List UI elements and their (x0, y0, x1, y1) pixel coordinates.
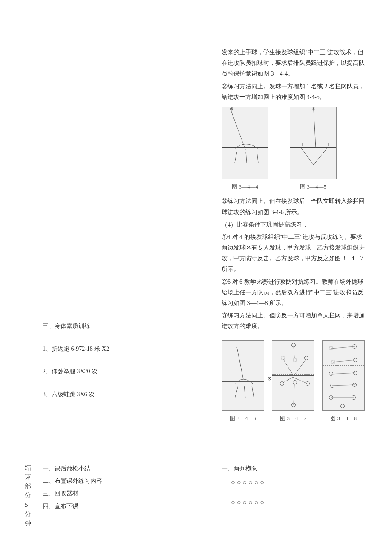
volleyball-court-icon: ⊗ (272, 340, 314, 411)
volleyball-court-icon (322, 340, 365, 411)
paragraph-1: 发来的上手球，学生接发球组织"中二三"进攻战术，但在进攻队员扣球时，要求后排队员… (222, 47, 366, 79)
paragraph-5: ①4 对 4 的接发球组织"中二三"进攻与反攻练习。要求两边发球区有专人发球，甲… (222, 232, 366, 275)
mid-text-block: ③练习方法同上。但在接发球后，全队立即转入接拦回球进攻的练习如图 3-4-6 所… (222, 196, 366, 331)
closing-item-2: 二、布置课外练习内容 (43, 476, 149, 486)
label-char: 结 (25, 463, 33, 473)
closing-item-1: 一、课后放松小结 (43, 463, 149, 474)
paragraph-2: ②练习方法同上。发球一方增加 1 名或 2 名拦网队员，给进攻一方增加网上的难度… (222, 81, 366, 102)
label-char: 钟 (25, 519, 33, 529)
section-vertical-label: 结 束 部 分 5 分 钟 (25, 463, 33, 528)
play-path-icon (323, 341, 365, 411)
diagram-3-4-8: 图 3—4—8 (322, 340, 365, 423)
label-char: 分 (25, 491, 33, 500)
play-path-icon (272, 341, 315, 411)
closing-section-list: 一、课后放松小结 二、布置课外练习内容 三、回收器材 四、宣布下课 (43, 463, 149, 513)
diagram-3-4-4: ⊗ 图 3—4—4 (222, 107, 268, 192)
paragraph-6: ②6 对 6 教学比赛进行攻防对抗练习。教师在场外抛球给场上任一方队员，然后双方… (222, 276, 366, 309)
volleyball-court-icon: ⊗ (290, 107, 337, 179)
training-item-1: 1、折返跑 6-972-18 米 X2 (43, 343, 162, 354)
diagram-caption: 图 3—4—6 (230, 413, 256, 423)
formation-row-2: ○○○○○○ (231, 497, 349, 509)
play-path-icon (290, 107, 337, 180)
right-column-content: 发来的上手球，学生接发球组织"中二三"进攻战术，但在进攻队员扣球时，要求后排队员… (222, 47, 366, 427)
formation-heading: 一、两列横队 (222, 463, 349, 474)
diagram-caption: 图 3—4—8 (330, 413, 357, 423)
diagram-caption: 图 3—4—4 (232, 182, 258, 192)
diagram-3-4-6: 图 3—4—6 (222, 340, 264, 423)
section-heading-3: 三、身体素质训练 (43, 321, 162, 331)
diagram-3-4-7: ⊗ 图 3—4—7 (272, 340, 314, 423)
formation-row-1: ○○○○○○ (231, 477, 349, 489)
diagram-caption: 图 3—4—5 (300, 182, 326, 192)
volleyball-court-icon (222, 340, 264, 411)
diagram-row-2: 图 3—4—6 ⊗ (222, 340, 366, 423)
play-path-icon (222, 107, 269, 180)
paragraph-4: （4）比赛条件下巩固提高练习： (222, 219, 366, 230)
closing-item-3: 三、回收器材 (43, 488, 149, 499)
formation-section: 一、两列横队 ○○○○○○ ○○○○○○ (222, 463, 349, 517)
play-path-icon (222, 341, 265, 411)
label-char: 5 (25, 500, 33, 510)
paragraph-3: ③练习方法同上。但在接发球后，全队立即转入接拦回球进攻的练习如图 3-4-6 所… (222, 196, 366, 217)
volleyball-court-icon: ⊗ (222, 107, 268, 179)
training-item-2: 2、仰卧举腿 3X20 次 (43, 366, 162, 377)
diagram-row-1: ⊗ 图 3—4—4 ⊗ (222, 107, 366, 192)
diagram-3-4-5: ⊗ 图 3—4—5 (290, 107, 337, 192)
diagram-caption: 图 3—4—7 (280, 413, 306, 423)
paragraph-7: ③练习方法同上。但防反一方可增加单人拦网，来增加进攻方的难度。 (222, 310, 366, 331)
label-char: 分 (25, 510, 33, 519)
label-char: 部 (25, 482, 33, 491)
label-char: 束 (25, 473, 33, 482)
training-item-3: 3、六级蛙跳 3X6 次 (43, 389, 162, 400)
left-column-training: 三、身体素质训练 1、折返跑 6-972-18 米 X2 2、仰卧举腿 3X20… (43, 321, 162, 412)
closing-item-4: 四、宣布下课 (43, 501, 149, 511)
